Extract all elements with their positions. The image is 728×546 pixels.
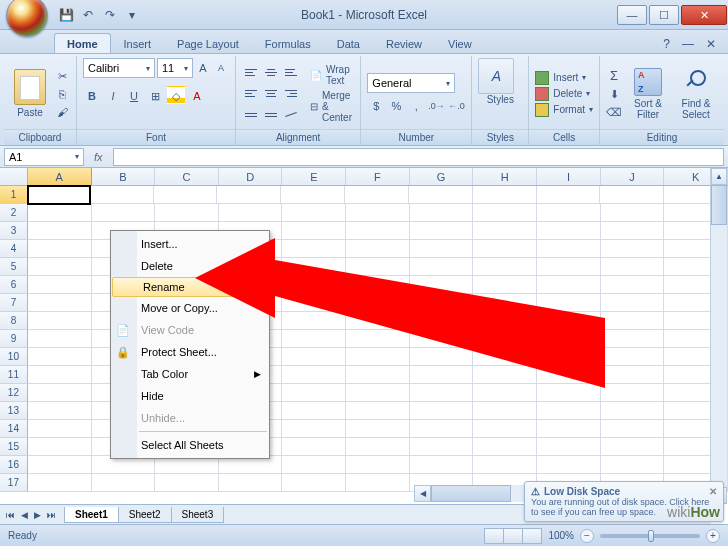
cell-I16[interactable]: [537, 456, 601, 474]
cell-A11[interactable]: [28, 366, 92, 384]
cell-A8[interactable]: [28, 312, 92, 330]
cell-G16[interactable]: [410, 456, 474, 474]
tab-view[interactable]: View: [435, 33, 485, 53]
cell-G13[interactable]: [410, 402, 474, 420]
cell-E7[interactable]: [282, 294, 346, 312]
cell-I15[interactable]: [537, 438, 601, 456]
sheet-nav-first-icon[interactable]: ⏮: [4, 510, 17, 520]
currency-icon[interactable]: $: [367, 96, 385, 114]
cell-F8[interactable]: [346, 312, 410, 330]
cell-F1[interactable]: [345, 186, 409, 204]
cell-F5[interactable]: [346, 258, 410, 276]
cell-F9[interactable]: [346, 330, 410, 348]
cell-J14[interactable]: [601, 420, 665, 438]
column-header-A[interactable]: A: [28, 168, 92, 185]
cell-F2[interactable]: [346, 204, 410, 222]
cell-B1[interactable]: [90, 186, 154, 204]
row-header-11[interactable]: 11: [0, 366, 28, 384]
find-select-button[interactable]: Find & Select: [674, 68, 718, 120]
cell-G5[interactable]: [410, 258, 474, 276]
cell-F10[interactable]: [346, 348, 410, 366]
zoom-slider[interactable]: [600, 534, 700, 538]
undo-icon[interactable]: ↶: [80, 7, 96, 23]
close-button[interactable]: ✕: [681, 5, 727, 25]
sheet-nav-last-icon[interactable]: ⏭: [45, 510, 58, 520]
cell-A3[interactable]: [28, 222, 92, 240]
cell-J9[interactable]: [601, 330, 665, 348]
row-header-16[interactable]: 16: [0, 456, 28, 474]
menu-item-tab-color[interactable]: Tab Color▶: [111, 363, 269, 385]
view-page-layout-icon[interactable]: [503, 528, 523, 544]
cell-F16[interactable]: [346, 456, 410, 474]
cell-E14[interactable]: [282, 420, 346, 438]
cell-A5[interactable]: [28, 258, 92, 276]
cell-E17[interactable]: [282, 474, 346, 492]
cell-I10[interactable]: [537, 348, 601, 366]
cell-J6[interactable]: [601, 276, 665, 294]
cell-J11[interactable]: [601, 366, 665, 384]
cell-F11[interactable]: [346, 366, 410, 384]
border-button[interactable]: ⊞: [146, 86, 164, 104]
cell-A7[interactable]: [28, 294, 92, 312]
row-header-8[interactable]: 8: [0, 312, 28, 330]
increase-indent-icon[interactable]: [262, 106, 280, 124]
formula-input[interactable]: [113, 148, 724, 166]
cell-I4[interactable]: [537, 240, 601, 258]
copy-icon[interactable]: ⎘: [54, 86, 70, 102]
cell-F3[interactable]: [346, 222, 410, 240]
font-size-dropdown[interactable]: 11▾: [157, 58, 193, 78]
number-format-dropdown[interactable]: General▾: [367, 73, 455, 93]
tab-home[interactable]: Home: [54, 33, 111, 53]
column-header-E[interactable]: E: [282, 168, 346, 185]
cell-H2[interactable]: [473, 204, 537, 222]
cell-E10[interactable]: [282, 348, 346, 366]
cell-E15[interactable]: [282, 438, 346, 456]
cell-A15[interactable]: [28, 438, 92, 456]
fill-icon[interactable]: ⬇: [606, 86, 622, 102]
align-left-icon[interactable]: [242, 85, 260, 103]
cell-B2[interactable]: [92, 204, 156, 222]
view-normal-icon[interactable]: [484, 528, 504, 544]
sheet-nav-prev-icon[interactable]: ◀: [19, 510, 30, 520]
cell-I13[interactable]: [537, 402, 601, 420]
cell-F17[interactable]: [346, 474, 410, 492]
autosum-icon[interactable]: Σ: [606, 68, 622, 84]
underline-button[interactable]: U: [125, 86, 143, 104]
cell-E12[interactable]: [282, 384, 346, 402]
zoom-thumb[interactable]: [648, 530, 654, 542]
cell-J13[interactable]: [601, 402, 665, 420]
cell-J15[interactable]: [601, 438, 665, 456]
cell-H13[interactable]: [473, 402, 537, 420]
cell-G15[interactable]: [410, 438, 474, 456]
cell-A10[interactable]: [28, 348, 92, 366]
insert-cells-button[interactable]: Insert▾: [535, 71, 593, 85]
row-header-5[interactable]: 5: [0, 258, 28, 276]
cell-I6[interactable]: [537, 276, 601, 294]
cell-E5[interactable]: [282, 258, 346, 276]
cell-G3[interactable]: [410, 222, 474, 240]
view-page-break-icon[interactable]: [522, 528, 542, 544]
row-header-15[interactable]: 15: [0, 438, 28, 456]
row-header-10[interactable]: 10: [0, 348, 28, 366]
tab-data[interactable]: Data: [324, 33, 373, 53]
cell-E8[interactable]: [282, 312, 346, 330]
cell-I5[interactable]: [537, 258, 601, 276]
cell-A14[interactable]: [28, 420, 92, 438]
menu-item-hide[interactable]: Hide: [111, 385, 269, 407]
merge-center-button[interactable]: ⊟Merge & Center: [310, 90, 354, 123]
cell-H3[interactable]: [473, 222, 537, 240]
row-header-9[interactable]: 9: [0, 330, 28, 348]
cell-A16[interactable]: [28, 456, 92, 474]
column-header-J[interactable]: J: [601, 168, 665, 185]
shrink-font-icon[interactable]: A: [213, 58, 229, 78]
cell-F12[interactable]: [346, 384, 410, 402]
cell-G4[interactable]: [410, 240, 474, 258]
grow-font-icon[interactable]: A: [195, 58, 211, 78]
cell-F7[interactable]: [346, 294, 410, 312]
cell-J7[interactable]: [601, 294, 665, 312]
cell-H15[interactable]: [473, 438, 537, 456]
cell-J1[interactable]: [600, 186, 664, 204]
cell-G2[interactable]: [410, 204, 474, 222]
scroll-up-icon[interactable]: ▲: [711, 168, 727, 185]
cell-I8[interactable]: [537, 312, 601, 330]
